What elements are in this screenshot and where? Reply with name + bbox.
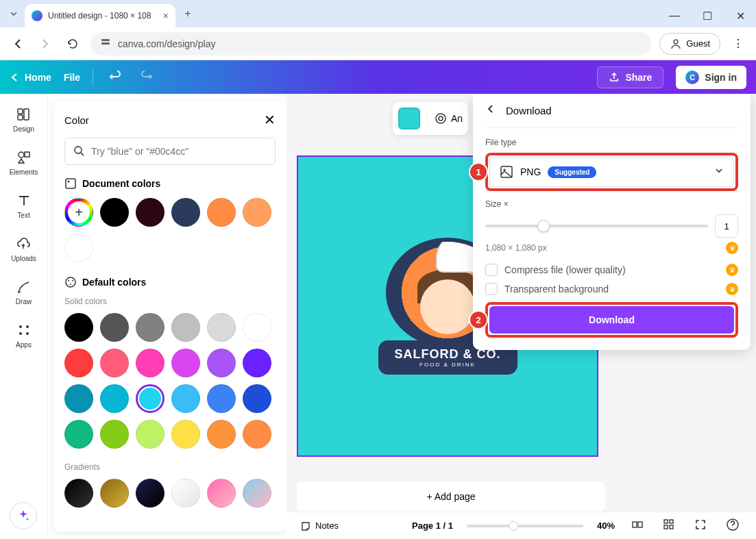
color-swatch[interactable] — [207, 420, 236, 449]
zoom-thumb[interactable] — [509, 521, 518, 531]
rail-draw[interactable]: Draw — [16, 279, 32, 305]
page-indicator[interactable]: Page 1 / 1 — [412, 521, 453, 531]
notes-label: Notes — [315, 521, 339, 531]
url-bar[interactable]: canva.com/design/play — [90, 32, 651, 55]
color-search-input[interactable] — [91, 146, 267, 157]
gradient-swatch[interactable] — [64, 479, 93, 507]
minimize-button[interactable]: — — [664, 5, 685, 26]
color-swatch[interactable] — [243, 313, 271, 342]
close-window-button[interactable]: ✕ — [730, 5, 751, 26]
color-swatch[interactable] — [100, 384, 129, 413]
fullscreen-icon[interactable] — [692, 516, 709, 536]
new-tab-button[interactable]: + — [178, 4, 197, 23]
color-swatch[interactable] — [64, 420, 93, 449]
forward-button[interactable] — [36, 34, 55, 53]
undo-button[interactable] — [106, 66, 125, 88]
browser-menu-button[interactable]: ⋮ — [729, 37, 748, 50]
redo-button[interactable] — [137, 66, 156, 88]
rail-uploads[interactable]: Uploads — [11, 236, 36, 262]
size-value[interactable]: 1 — [715, 214, 738, 238]
transparent-checkbox[interactable] — [485, 283, 498, 295]
color-swatch[interactable] — [100, 198, 129, 227]
color-swatch[interactable] — [136, 349, 164, 377]
image-icon — [500, 165, 513, 179]
color-swatch[interactable] — [64, 349, 93, 377]
slider-thumb[interactable] — [537, 220, 550, 232]
svg-rect-0 — [101, 39, 110, 41]
color-swatch[interactable] — [100, 349, 129, 377]
size-slider[interactable] — [485, 225, 708, 227]
browser-tab[interactable]: Untitled design - 1080 × 108 × — [25, 4, 175, 27]
notes-button[interactable]: Notes — [300, 521, 339, 531]
close-tab-icon[interactable]: × — [163, 10, 169, 21]
svg-point-6 — [19, 152, 24, 158]
maximize-button[interactable]: ☐ — [697, 5, 718, 26]
rail-elements[interactable]: Elements — [10, 149, 38, 176]
gradient-swatch[interactable] — [171, 479, 200, 507]
color-swatch[interactable] — [171, 313, 200, 342]
file-menu-button[interactable]: File — [64, 72, 80, 83]
close-panel-icon[interactable]: ✕ — [264, 112, 276, 128]
color-swatch[interactable] — [136, 313, 164, 342]
magic-button[interactable] — [10, 502, 37, 529]
color-swatch[interactable] — [136, 420, 164, 449]
color-search[interactable] — [64, 138, 276, 165]
back-button[interactable] — [8, 34, 27, 53]
add-page-label: + Add page — [426, 491, 475, 502]
download-button[interactable]: Download — [489, 306, 734, 334]
rail-design[interactable]: Design — [13, 106, 34, 133]
color-swatch[interactable] — [243, 198, 271, 227]
file-label: File — [64, 72, 80, 83]
color-swatch[interactable] — [207, 349, 236, 377]
guest-profile-button[interactable]: Guest — [659, 33, 720, 55]
help-icon[interactable] — [723, 515, 742, 537]
color-swatch[interactable] — [136, 384, 164, 413]
color-swatch[interactable] — [64, 313, 93, 342]
color-swatch[interactable] — [171, 384, 200, 413]
zoom-slider[interactable] — [467, 525, 583, 527]
default-colors-section: Default colors — [64, 276, 276, 288]
site-settings-icon[interactable] — [100, 37, 111, 50]
reload-button[interactable] — [63, 34, 82, 53]
back-icon[interactable] — [485, 103, 496, 118]
add-page-button[interactable]: + Add page — [297, 481, 605, 512]
color-swatch[interactable] — [171, 198, 200, 227]
tabs-dropdown[interactable] — [5, 5, 22, 22]
color-swatch[interactable] — [243, 384, 271, 413]
color-swatch[interactable] — [243, 349, 271, 377]
color-swatch[interactable] — [100, 420, 129, 449]
color-swatch[interactable] — [100, 313, 129, 342]
color-swatch[interactable] — [171, 349, 200, 377]
color-panel: Color ✕ Document colors Default colors S… — [53, 101, 286, 532]
gradient-swatch[interactable] — [243, 479, 271, 507]
color-swatch[interactable] — [207, 198, 236, 227]
grid-view-icon[interactable] — [629, 516, 646, 536]
add-color-button[interactable] — [64, 198, 93, 227]
color-swatch[interactable] — [64, 384, 93, 413]
gradient-swatch[interactable] — [100, 479, 129, 507]
thumbnail-view-icon[interactable] — [660, 516, 678, 536]
animate-button[interactable]: An — [435, 112, 463, 125]
filetype-select[interactable]: PNG Suggested — [489, 157, 734, 187]
gradient-swatch[interactable] — [207, 479, 236, 507]
doc-colors-row — [64, 198, 276, 262]
color-swatch[interactable] — [207, 313, 236, 342]
filetype-value: PNG — [520, 166, 541, 177]
logo-tagline: FOOD & DRINK — [395, 362, 501, 368]
color-swatch[interactable] — [243, 420, 271, 449]
rail-apps[interactable]: Apps — [16, 322, 32, 349]
fill-color-button[interactable] — [398, 108, 420, 129]
gradient-swatch[interactable] — [136, 479, 164, 507]
apps-icon — [16, 322, 32, 338]
color-swatch[interactable] — [136, 198, 164, 227]
color-swatch[interactable] — [171, 420, 200, 449]
rail-label: Apps — [16, 341, 32, 349]
compress-checkbox[interactable] — [485, 264, 498, 276]
share-button[interactable]: Share — [597, 66, 663, 88]
signin-button[interactable]: C Sign in — [676, 66, 746, 89]
home-button[interactable]: Home — [10, 72, 51, 83]
color-swatch[interactable] — [64, 234, 93, 262]
color-swatch[interactable] — [207, 384, 236, 413]
zoom-value[interactable]: 40% — [597, 521, 615, 531]
rail-text[interactable]: Text — [16, 192, 32, 219]
